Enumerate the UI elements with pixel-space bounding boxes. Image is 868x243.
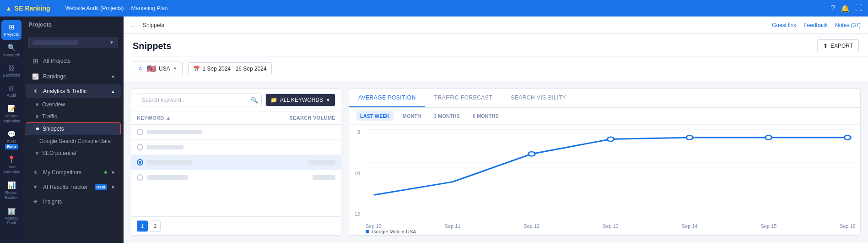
sidebar-item-ai-tracker[interactable]: ✦ AI Results Tracker Beta ▼: [26, 180, 121, 194]
search-icon[interactable]: 🔍: [251, 97, 258, 104]
sidebar-item-insights[interactable]: ✳ Insights: [26, 195, 121, 209]
ai-tracker-chevron-icon: ▼: [111, 185, 115, 190]
data-point-5: [765, 135, 771, 140]
chart-area: 8 10 12: [349, 125, 860, 235]
nav-report-builder[interactable]: 📊 Report Builder: [1, 178, 22, 203]
snippets-dot: [36, 127, 39, 130]
nav-research[interactable]: 🔍 Research: [1, 41, 22, 61]
period-3months[interactable]: 3 MONTHS: [430, 111, 464, 121]
table-row[interactable]: [131, 170, 341, 185]
period-month[interactable]: MONTH: [399, 111, 425, 121]
rankings-chevron-icon: ▼: [111, 74, 115, 79]
nav-audit-label: Audit: [7, 93, 16, 98]
sidebar-item-all-projects[interactable]: ⊞ All Projects: [26, 53, 121, 69]
analytics-chevron-icon: ▲: [111, 89, 115, 94]
row-radio[interactable]: [137, 174, 143, 181]
keyword-text-placeholder: [147, 160, 193, 165]
page-1-button[interactable]: 1: [137, 221, 148, 232]
project-selector[interactable]: ▼: [28, 37, 118, 48]
keyword-column-header: KEYWORD ▲: [137, 115, 280, 121]
guest-link-button[interactable]: Guest link: [772, 22, 796, 28]
keywords-search-bar: 🔍 📁 ALL KEYWORDS ▼: [131, 89, 341, 111]
period-last-week[interactable]: LAST WEEK: [356, 111, 394, 121]
export-icon: ⬆: [823, 43, 828, 49]
backlinks-icon: ⛓: [7, 64, 16, 72]
export-button[interactable]: ⬆ EXPORT: [817, 39, 859, 52]
expand-icon[interactable]: ⛶: [855, 4, 863, 12]
page-header: Snippets ⬆ EXPORT: [124, 34, 868, 56]
chart-line: [374, 138, 847, 195]
keyword-text-placeholder: [147, 175, 188, 180]
nav-smm[interactable]: 💬 SMM Beta: [1, 127, 22, 152]
rankings-icon: 📈: [31, 73, 39, 80]
table-row[interactable]: [131, 155, 341, 170]
date-range-filter[interactable]: 📅 1 Sep 2024 - 16 Sep 2024: [188, 62, 272, 75]
feedback-button[interactable]: Feedback: [803, 22, 828, 28]
tab-average-position[interactable]: AVERAGE POSITION: [349, 89, 425, 107]
nav-report-label: Report Builder: [3, 190, 20, 200]
row-radio[interactable]: [137, 129, 143, 135]
sidebar-item-analytics[interactable]: ✳ Analytics & Traffic ▲: [26, 84, 121, 98]
sidebar: Projects ▼ ⊞ All Projects 📈 Rankings ▼ ✳…: [23, 17, 124, 243]
volume-column-header: SEARCH VOLUME: [280, 115, 335, 121]
chart-svg: [366, 129, 856, 217]
all-keywords-filter[interactable]: 📁 ALL KEYWORDS ▼: [265, 94, 335, 106]
nav-backlinks[interactable]: ⛓ Backlinks: [1, 61, 22, 81]
x-axis-labels: Sep 10 Sep 11 Sep 12 Sep 13 Sep 14 Sep 1…: [366, 223, 856, 229]
sort-icon[interactable]: ▲: [166, 115, 171, 121]
sidebar-item-snippets[interactable]: Snippets: [26, 122, 121, 135]
y-label-8: 8: [357, 129, 360, 135]
sidebar-item-rankings[interactable]: 📈 Rankings ▼: [26, 70, 121, 83]
insights-label: Insights: [43, 199, 115, 205]
bell-icon[interactable]: 🔔: [841, 4, 850, 13]
competitors-chevron-icon: ▼: [111, 170, 115, 175]
folder-icon: 📁: [270, 97, 277, 103]
traffic-label: Traffic: [42, 113, 57, 120]
table-row[interactable]: [131, 140, 341, 155]
row-radio-checked[interactable]: [137, 159, 143, 166]
overview-dot: [36, 103, 38, 106]
nav-backlinks-label: Backlinks: [3, 73, 20, 78]
sidebar-item-google-search-console[interactable]: Google Search Console Data: [23, 135, 124, 147]
ai-tracker-label: AI Results Tracker: [43, 184, 91, 190]
logo-text: SE Ranking: [15, 5, 50, 12]
nav-projects[interactable]: ⊞ Projects: [1, 20, 22, 40]
keyword-column-label: KEYWORD: [137, 115, 164, 121]
row-radio[interactable]: [137, 144, 143, 150]
sidebar-title: Projects: [23, 17, 124, 32]
tab-traffic-forecast[interactable]: TRAFFIC FORECAST: [425, 89, 501, 107]
sidebar-item-competitors[interactable]: ✳ My Competitors ▼: [26, 166, 121, 179]
main-body: 🔍 📁 ALL KEYWORDS ▼ KEYWORD ▲ SEARCH VOLU…: [124, 81, 868, 243]
nav-agency-pack[interactable]: 🏢 Agency Pack: [1, 204, 22, 229]
page-2-button[interactable]: 2: [150, 221, 161, 232]
sidebar-item-seo-potential[interactable]: SEO potential: [23, 147, 124, 159]
search-input-wrap: 🔍: [137, 94, 262, 106]
nav-content-marketing[interactable]: 📝 Content Marketing: [1, 102, 22, 127]
nav-local-marketing[interactable]: 📍 Local Marketing: [1, 153, 22, 177]
nav-link-audit[interactable]: Website Audit (Projects): [65, 5, 124, 11]
chart-svg-container: [366, 129, 856, 217]
competitors-label: My Competitors: [43, 169, 101, 176]
nav-link-marketing[interactable]: Marketing Plan: [131, 5, 167, 11]
help-icon[interactable]: ?: [831, 4, 835, 12]
data-point-2: [528, 152, 535, 156]
table-row[interactable]: [131, 125, 341, 140]
rankings-label: Rankings: [43, 73, 107, 80]
sidebar-item-traffic[interactable]: Traffic: [23, 110, 124, 122]
search-engine-filter[interactable]: G 🇺🇸 USA ▼: [133, 61, 183, 76]
nav-audit[interactable]: ◎ Audit: [1, 81, 22, 101]
sidebar-item-overview[interactable]: Overview: [23, 99, 124, 110]
local-marketing-icon: 📍: [7, 155, 16, 164]
notes-button[interactable]: Notes (37): [835, 22, 861, 28]
keyword-text-placeholder: [147, 145, 183, 149]
volume-cell: [280, 160, 335, 165]
gsc-label: Google Search Console Data: [39, 138, 111, 144]
country-label: USA: [159, 66, 170, 72]
logo-icon: ▲: [5, 5, 12, 12]
period-6months[interactable]: 6 MONTHS: [469, 111, 502, 121]
x-label-sep16: Sep 16: [840, 223, 856, 229]
tab-search-visibility[interactable]: SEARCH VISIBILITY: [501, 89, 575, 107]
logo[interactable]: ▲ SE Ranking: [5, 5, 50, 12]
nav-projects-label: Projects: [4, 32, 19, 37]
keyword-search-input[interactable]: [137, 94, 262, 106]
